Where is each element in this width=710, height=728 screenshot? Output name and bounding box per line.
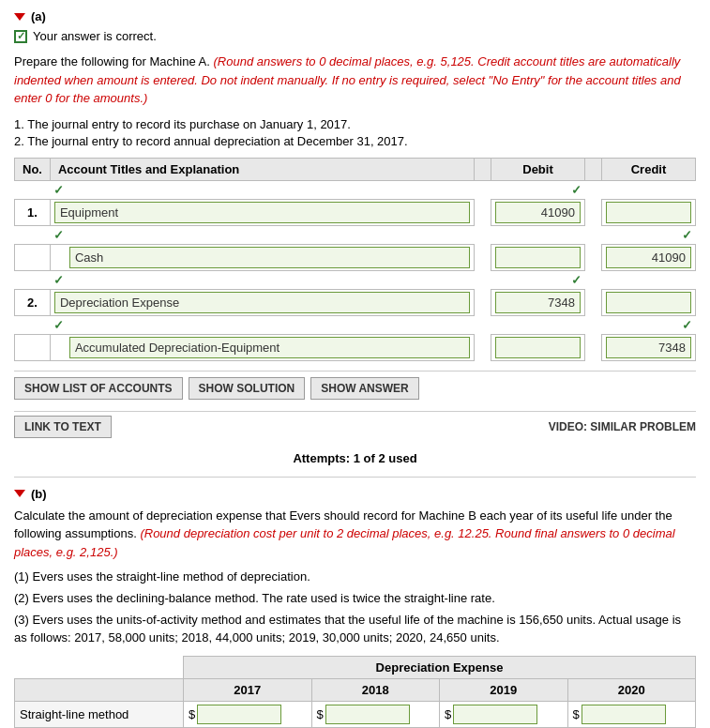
action-buttons-row: SHOW LIST OF ACCOUNTS SHOW SOLUTION SHOW…: [14, 371, 696, 405]
sl-2018-input[interactable]: [325, 705, 410, 724]
debit-depreciation: [491, 289, 585, 315]
attempts-text: Attempts: 1 of 2 used: [14, 451, 696, 465]
debit-cash: [491, 244, 585, 270]
journal-table: No. Account Titles and Explanation Debit…: [14, 158, 696, 361]
check-row-4: ✓ ✓: [15, 315, 696, 334]
video-link[interactable]: VIDEO: SIMILAR PROBLEM: [549, 420, 696, 433]
debit-accum-dep-input[interactable]: [495, 337, 581, 358]
section-divider: [14, 477, 696, 478]
debit-equipment: [491, 199, 585, 225]
col-check-c: [585, 158, 602, 180]
dep-col-2020: 2020: [567, 678, 696, 701]
entry-list: 1. The journal entry to record its purch…: [14, 117, 696, 148]
table-row-equipment: 1.: [15, 199, 696, 225]
col-credit: Credit: [602, 158, 696, 180]
correct-message: ✓ Your answer is correct.: [14, 29, 696, 43]
debit-depreciation-input[interactable]: [495, 292, 581, 313]
debit-cash-input[interactable]: [495, 247, 581, 268]
account-equipment: [50, 199, 474, 225]
dollar-sl-2019: $: [445, 707, 451, 721]
show-answer-button[interactable]: SHOW ANSWER: [310, 377, 419, 400]
check-row-3: ✓ ✓: [15, 270, 696, 289]
credit-cash-input[interactable]: [606, 247, 691, 268]
instructions: Prepare the following for Machine A. (Ro…: [14, 53, 696, 108]
dep-col-2018: 2018: [311, 678, 440, 701]
show-list-button[interactable]: SHOW LIST OF ACCOUNTS: [14, 377, 183, 400]
debit-accum-dep: [491, 334, 585, 360]
credit-depreciation: [602, 289, 696, 315]
label-straight-line: Straight-line method: [15, 701, 184, 727]
check-icon-row3: ✓: [53, 273, 64, 287]
col-debit: Debit: [491, 158, 585, 180]
account-equipment-input[interactable]: [54, 202, 470, 223]
check-icon-debit1: ✓: [571, 183, 582, 197]
checkmark-icon: ✓: [14, 30, 27, 43]
section-b-list: (1) Evers uses the straight-line method …: [14, 569, 696, 646]
show-solution-button[interactable]: SHOW SOLUTION: [189, 377, 306, 400]
dep-expense-header: Depreciation Expense: [184, 656, 696, 678]
bottom-row: LINK TO TEXT VIDEO: SIMILAR PROBLEM: [14, 411, 696, 442]
check-icon-row4: ✓: [53, 318, 64, 332]
section-a-label: (a): [31, 9, 46, 23]
row-num-1: 1.: [15, 199, 51, 225]
sl-2020: $: [567, 701, 696, 727]
sl-2017: $: [184, 701, 312, 727]
collapse-icon-b[interactable]: [14, 490, 25, 497]
check-icon-debit3: ✓: [571, 273, 582, 287]
dollar-sl-2017: $: [189, 707, 195, 721]
credit-equipment: [602, 199, 696, 225]
row-num-2: [15, 244, 51, 270]
collapse-icon-a[interactable]: [14, 13, 25, 21]
list-item-2: 2. The journal entry to record annual de…: [14, 134, 696, 148]
section-b-item-1: (1) Evers uses the straight-line method …: [14, 569, 696, 585]
instructions-main: Prepare the following for Machine A.: [14, 54, 210, 68]
dollar-sl-2020: $: [573, 707, 580, 721]
dep-col-2017: 2017: [184, 678, 312, 701]
account-accum-dep: [50, 334, 474, 360]
account-accum-dep-input[interactable]: [69, 337, 470, 358]
check-icon-credit2: ✓: [682, 228, 692, 242]
check-icon-row2: ✓: [53, 228, 64, 242]
dep-col-2019: 2019: [440, 678, 568, 701]
dollar-sl-2018: $: [317, 707, 324, 721]
debit-equipment-input[interactable]: [495, 202, 581, 223]
table-row-accum-dep: [15, 334, 696, 360]
sl-2018: $: [311, 701, 440, 727]
dep-table-header-main: Depreciation Expense: [15, 656, 696, 678]
sl-2019-input[interactable]: [453, 705, 537, 724]
correct-text: Your answer is correct.: [33, 29, 157, 43]
credit-equipment-input[interactable]: [606, 202, 691, 223]
check-row-1: ✓ ✓: [15, 180, 696, 199]
account-depreciation: [50, 289, 474, 315]
depreciation-table-wrapper: Depreciation Expense 2017 2018 2019 2020…: [14, 656, 696, 728]
credit-depreciation-input[interactable]: [606, 292, 691, 313]
sl-2020-input[interactable]: [582, 705, 666, 724]
depreciation-table: Depreciation Expense 2017 2018 2019 2020…: [14, 656, 696, 728]
credit-accum-dep: [602, 334, 696, 360]
sl-2017-input[interactable]: [197, 705, 281, 724]
section-b-header: (b): [14, 487, 696, 501]
col-account: Account Titles and Explanation: [50, 158, 474, 180]
section-a-header: (a): [14, 9, 696, 23]
account-cash: [50, 244, 474, 270]
col-check-d: [475, 158, 491, 180]
check-row-2: ✓ ✓: [15, 225, 696, 244]
col-no: No.: [15, 158, 51, 180]
table-row-cash: [15, 244, 696, 270]
dep-col-label: [15, 678, 184, 701]
row-num-4: [15, 334, 51, 360]
section-b-description: Calculate the amount of depreciation exp…: [14, 507, 696, 562]
credit-cash: [602, 244, 696, 270]
section-b-item-2: (2) Evers uses the declining-balance met…: [14, 590, 696, 607]
link-to-text-button[interactable]: LINK TO TEXT: [14, 416, 112, 438]
sl-2019: $: [440, 701, 568, 727]
table-row-depreciation: 2.: [15, 289, 696, 315]
check-icon-row1: ✓: [53, 183, 64, 197]
dep-table-year-row: 2017 2018 2019 2020: [15, 678, 696, 701]
section-b-label: (b): [31, 487, 47, 501]
credit-accum-dep-input[interactable]: [606, 337, 691, 358]
check-icon-credit4: ✓: [682, 318, 692, 332]
account-cash-input[interactable]: [69, 247, 470, 268]
row-num-3: 2.: [15, 289, 51, 315]
account-depreciation-input[interactable]: [54, 292, 470, 313]
